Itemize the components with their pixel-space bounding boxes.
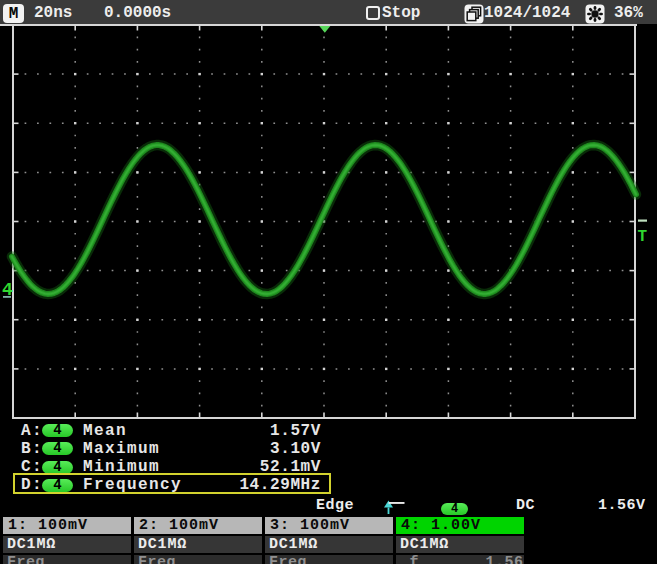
svg-text:T: T — [638, 228, 648, 246]
